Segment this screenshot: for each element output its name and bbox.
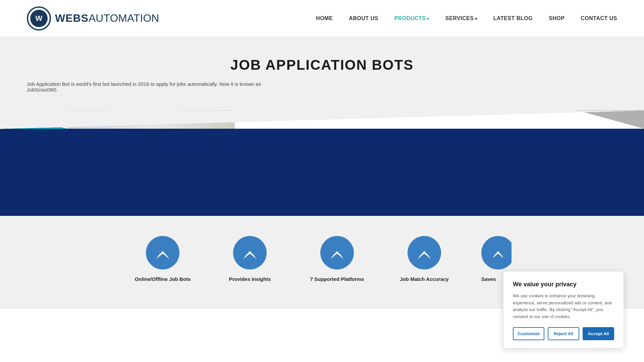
nav-home[interactable]: HOME — [316, 15, 333, 21]
visual-banner — [0, 111, 644, 216]
nav-contact[interactable]: CONTACT US — [581, 15, 617, 21]
feature-label-platforms: 7 Supported Platforms — [310, 276, 364, 282]
wifi-icon — [154, 244, 171, 261]
match-icon — [416, 244, 433, 261]
feature-icon-job-match — [408, 236, 441, 269]
page-title: JOB APPLICATION BOTS — [27, 57, 617, 73]
insights-icon — [241, 244, 258, 261]
cookie-accept-button[interactable]: Accept All — [583, 327, 614, 340]
feature-icon-saves — [481, 236, 512, 269]
hero-description: Job Application Bot is world's first bot… — [27, 81, 262, 93]
header: W WEBSAUTOMATION HOME ABOUT US PRODUCTS … — [0, 0, 644, 37]
cookie-title: We value your privacy — [513, 281, 614, 288]
cookie-description: We use cookies to enhance your browsing … — [513, 293, 614, 320]
feature-job-match: Job Match Accuracy — [394, 236, 454, 282]
cookie-banner: We value your privacy We use cookies to … — [503, 271, 624, 349]
nav-about[interactable]: ABOUT US — [349, 15, 378, 21]
feature-online-offline: Online/Offline Job Bots — [132, 236, 193, 282]
cookie-customize-button[interactable]: Customize — [513, 327, 544, 340]
logo-text: WEBSAUTOMATION — [55, 12, 159, 24]
feature-label-saves: Saves — [481, 276, 496, 282]
saves-icon — [490, 244, 506, 261]
main-nav: HOME ABOUT US PRODUCTS SERVICES LATEST B… — [316, 15, 617, 21]
feature-icon-supported-platforms — [320, 236, 354, 269]
feature-icon-provides-insights — [233, 236, 267, 269]
feature-label-insights: Provides Insights — [229, 276, 271, 282]
hero-section: JOB APPLICATION BOTS Job Application Bot… — [0, 37, 644, 111]
svg-text:W: W — [36, 14, 43, 22]
nav-products[interactable]: PRODUCTS — [394, 15, 429, 21]
logo-icon: W — [27, 6, 51, 31]
platforms-icon — [329, 244, 345, 261]
feature-supported-platforms: 7 Supported Platforms — [307, 236, 367, 282]
nav-shop[interactable]: SHOP — [549, 15, 565, 21]
nav-services[interactable]: SERVICES — [445, 15, 477, 21]
feature-provides-insights: Provides Insights — [220, 236, 280, 282]
logo[interactable]: W WEBSAUTOMATION — [27, 6, 159, 31]
feature-icon-online-offline — [146, 236, 179, 269]
cookie-reject-button[interactable]: Reject All — [548, 327, 579, 340]
feature-label-job-match: Job Match Accuracy — [400, 276, 448, 282]
feature-label-online-offline: Online/Offline Job Bots — [135, 276, 191, 282]
cookie-buttons: Customize Reject All Accept All — [513, 327, 614, 340]
nav-blog[interactable]: LATEST BLOG — [493, 15, 533, 21]
